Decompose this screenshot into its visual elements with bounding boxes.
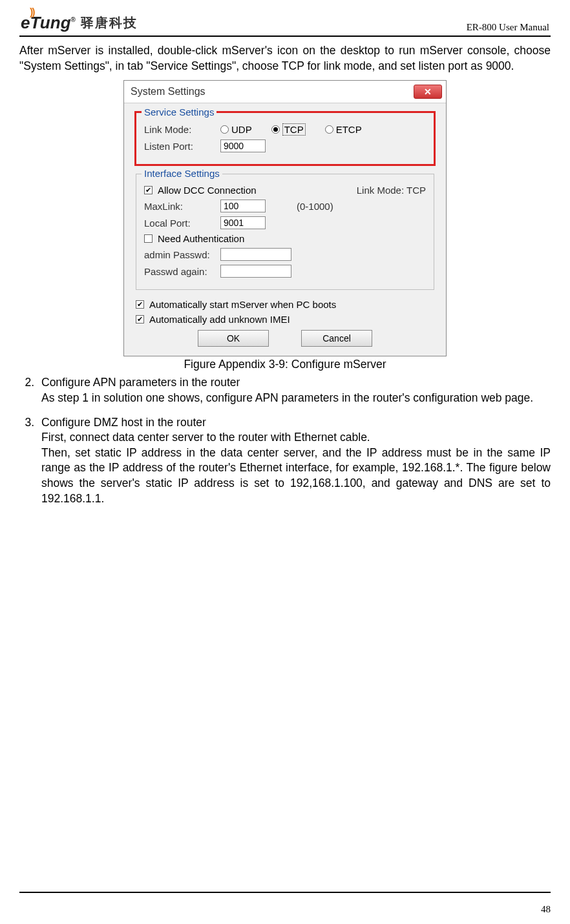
logo-wave-icon: )) xyxy=(30,6,34,18)
radio-etcp[interactable]: ETCP xyxy=(325,124,362,135)
footer-divider xyxy=(19,892,551,893)
allow-dcc-row: Allow DCC Connection Link Mode: TCP xyxy=(144,185,426,196)
pw-again-input[interactable] xyxy=(220,265,291,278)
autoadd-row: Automatically add unknown IMEI xyxy=(136,314,434,325)
ok-button[interactable]: OK xyxy=(198,330,269,347)
figure-caption: Figure Appendix 3-9: Configure mServer xyxy=(184,358,386,371)
system-settings-dialog: System Settings ✕ Service Settings Link … xyxy=(123,80,447,356)
close-icon: ✕ xyxy=(424,87,432,97)
local-port-row: Local Port: 9001 xyxy=(144,216,426,229)
allow-dcc-checkbox[interactable] xyxy=(144,186,153,194)
radio-udp-label: UDP xyxy=(231,124,252,135)
step-3-title: Configure DMZ host in the router xyxy=(41,415,551,431)
autoadd-label: Automatically add unknown IMEI xyxy=(149,314,290,325)
admin-pw-label: admin Passwd: xyxy=(144,249,215,260)
radio-etcp-icon xyxy=(325,125,333,134)
radio-tcp-icon xyxy=(271,125,280,134)
radio-etcp-label: ETCP xyxy=(336,124,362,135)
need-auth-row: Need Authentication xyxy=(144,233,426,244)
service-settings-legend: Service Settings xyxy=(142,107,216,118)
autostart-label: Automatically start mServer when PC boot… xyxy=(149,299,336,310)
etung-logo: )) eTung® xyxy=(21,13,76,33)
need-auth-label: Need Authentication xyxy=(158,233,244,244)
dialog-button-row: OK Cancel xyxy=(136,330,434,347)
logo-reg: ® xyxy=(71,16,76,23)
maxlink-row: MaxLink: 100 (0-1000) xyxy=(144,200,426,212)
link-mode-label: Link Mode: xyxy=(144,124,215,135)
dialog-title: System Settings xyxy=(131,86,206,98)
listen-port-row: Listen Port: 9000 xyxy=(144,139,426,152)
maxlink-input[interactable]: 100 xyxy=(220,200,266,212)
step-2-title: Configure APN parameters in the router xyxy=(41,375,551,391)
allow-dcc-label: Allow DCC Connection xyxy=(158,185,257,196)
radio-tcp-label: TCP xyxy=(282,123,306,136)
step-2-body: As step 1 in solution one shows, configu… xyxy=(41,391,551,406)
maxlink-hint: (0-1000) xyxy=(297,201,333,212)
step-3: Configure DMZ host in the router First, … xyxy=(37,415,551,507)
page-number: 48 xyxy=(541,904,551,915)
logo-cn-text: 驿唐科技 xyxy=(81,14,138,32)
close-button[interactable]: ✕ xyxy=(414,85,442,99)
logo-block: )) eTung® 驿唐科技 xyxy=(21,13,138,33)
autostart-row: Automatically start mServer when PC boot… xyxy=(136,299,434,310)
step-2: Configure APN parameters in the router A… xyxy=(37,375,551,406)
autoadd-checkbox[interactable] xyxy=(136,315,144,323)
radio-udp[interactable]: UDP xyxy=(220,124,252,135)
service-settings-fieldset: Service Settings Link Mode: UDP TCP xyxy=(136,112,434,165)
logo-text: eTung xyxy=(21,13,71,32)
listen-port-input[interactable]: 9000 xyxy=(220,139,266,152)
radio-udp-icon xyxy=(220,125,229,134)
link-mode-radio-group: UDP TCP ETCP xyxy=(220,123,362,136)
manual-title: ER-800 User Manual xyxy=(467,22,549,33)
admin-pw-row: admin Passwd: xyxy=(144,248,426,261)
pw-again-label: Passwd again: xyxy=(144,266,215,277)
intro-paragraph: After mServer is installed, double-click… xyxy=(19,43,551,74)
dialog-body: Service Settings Link Mode: UDP TCP xyxy=(124,103,446,356)
interface-settings-fieldset: Interface Settings Allow DCC Connection … xyxy=(136,174,434,290)
pw-again-row: Passwd again: xyxy=(144,265,426,278)
radio-tcp[interactable]: TCP xyxy=(271,123,306,136)
steps-list: Configure APN parameters in the router A… xyxy=(19,375,551,506)
listen-port-label: Listen Port: xyxy=(144,141,215,152)
link-mode-row: Link Mode: UDP TCP xyxy=(144,123,426,136)
figure-wrap: System Settings ✕ Service Settings Link … xyxy=(19,80,551,371)
maxlink-label: MaxLink: xyxy=(144,201,215,212)
cancel-button[interactable]: Cancel xyxy=(301,330,372,347)
interface-settings-legend: Interface Settings xyxy=(142,168,222,179)
step-3-body-2: Then, set static IP address in the data … xyxy=(41,446,551,507)
page-header: )) eTung® 驿唐科技 ER-800 User Manual xyxy=(19,13,551,33)
header-divider xyxy=(19,36,551,37)
step-3-body-1: First, connect data center server to the… xyxy=(41,430,551,446)
admin-pw-input[interactable] xyxy=(220,248,291,261)
dialog-titlebar: System Settings ✕ xyxy=(124,81,446,103)
local-port-input[interactable]: 9001 xyxy=(220,216,266,229)
autostart-checkbox[interactable] xyxy=(136,300,144,309)
need-auth-checkbox[interactable] xyxy=(144,234,153,243)
local-port-label: Local Port: xyxy=(144,218,215,229)
link-mode-tcp-label: Link Mode: TCP xyxy=(357,185,426,196)
